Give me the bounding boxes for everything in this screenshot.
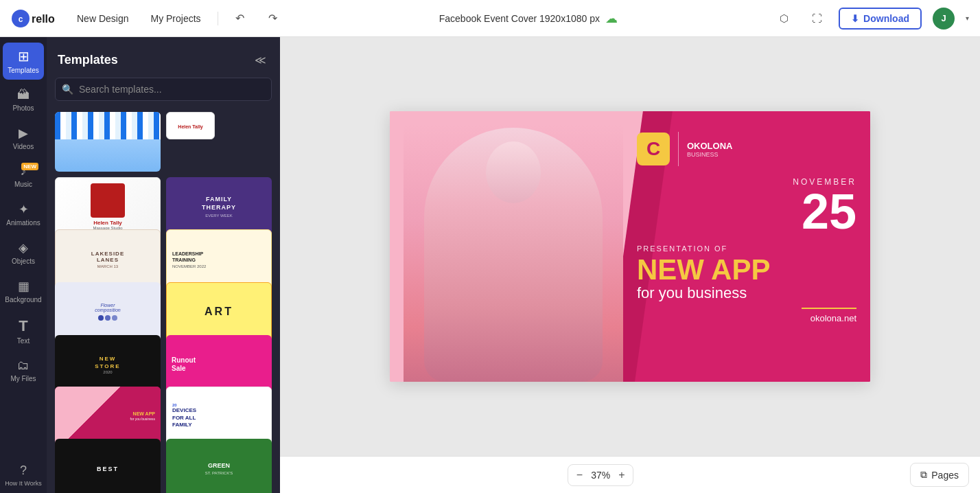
sidebar-item-objects[interactable]: ◈ Objects	[3, 235, 44, 271]
sidebar-item-templates-label: Templates	[8, 67, 39, 74]
sidebar-item-myfiles-label: My Files	[10, 375, 36, 382]
sidebar-item-videos-label: Videos	[13, 143, 34, 150]
sidebar-item-music-label: Music	[14, 181, 32, 188]
template-card[interactable]: 20 DEVICESFOR ALLFAMILY	[166, 387, 272, 446]
template-card[interactable]: NEWSTORE 2020	[55, 335, 161, 395]
svg-text:c: c	[19, 14, 23, 24]
canvas-scroll: C OKOLONA BUSINESS NOVEMBER 25 PRESENTAT…	[280, 37, 980, 456]
canvas-presentation-label: PRESENTATION OF	[637, 244, 856, 253]
canvas-url-line	[802, 308, 856, 309]
template-card[interactable]: LAKESIDELANES MARCH 13	[55, 229, 161, 289]
panel-header: Templates ≪	[47, 37, 280, 78]
canvas-right-content: C OKOLONA BUSINESS NOVEMBER 25 PRESENTAT…	[637, 132, 856, 323]
my-projects-link[interactable]: My Projects	[145, 10, 206, 27]
sidebar-item-photos-label: Photos	[12, 104, 34, 112]
sidebar-item-animations-label: Animations	[6, 219, 40, 227]
template-grid: Helen Tally Helen Tally Massage Studio F…	[47, 109, 280, 493]
template-card[interactable]: ART	[166, 282, 272, 342]
redo-button[interactable]: ↷	[262, 8, 284, 30]
template-card[interactable]: RunoutSale	[166, 335, 272, 395]
how-it-works-label: How It Works	[5, 480, 41, 488]
template-card[interactable]: GREENST. PATRICK'S	[166, 439, 272, 493]
pages-icon: ⧉	[920, 469, 927, 481]
canvas-month: NOVEMBER	[637, 177, 856, 187]
photos-icon: 🏔	[17, 88, 30, 102]
canvas-day: 25	[637, 187, 856, 236]
pages-label: Pages	[931, 470, 959, 481]
fullscreen-button[interactable]: ⛶	[806, 8, 828, 30]
main-layout: ⊞ Templates 🏔 Photos ▶ Videos NEW ♪ Musi…	[0, 37, 980, 493]
template-card[interactable]	[55, 112, 161, 172]
canvas-date-area: NOVEMBER 25	[637, 177, 856, 236]
search-input[interactable]	[55, 78, 272, 101]
nav-divider-1	[218, 12, 218, 25]
animations-icon: ✦	[19, 202, 29, 217]
sidebar-item-myfiles[interactable]: 🗂 My Files	[3, 353, 44, 388]
canvas-bottom-bar: − 37% + ⧉ Pages	[280, 456, 980, 493]
sidebar-item-text[interactable]: T Text	[3, 312, 44, 350]
document-title: Facebook Event Cover 1920x1080 px	[439, 13, 600, 24]
template-card[interactable]: LEADERSHIPTRAINING NOVEMBER 2022	[166, 229, 272, 289]
canvas-logo-divider	[678, 132, 679, 166]
canvas-area: C OKOLONA BUSINESS NOVEMBER 25 PRESENTAT…	[280, 37, 980, 493]
crello-logo-svg: c rello	[11, 9, 60, 28]
download-icon: ⬇	[851, 13, 859, 24]
templates-panel: Templates ≪ 🔍 Helen Tally	[47, 37, 280, 493]
canvas-company-name: OKOLONA	[687, 141, 732, 151]
save-status-icon: ☁	[605, 11, 618, 26]
logo[interactable]: c rello	[11, 9, 60, 28]
canvas-company-info: OKOLONA BUSINESS	[687, 141, 732, 158]
download-label: Download	[863, 13, 909, 24]
sidebar-item-objects-label: Objects	[12, 257, 35, 265]
zoom-in-icon: +	[618, 469, 625, 481]
sidebar-item-background[interactable]: ▦ Background	[3, 273, 44, 309]
canvas-logo-row: C OKOLONA BUSINESS	[637, 132, 856, 166]
sidebar-item-text-label: Text	[17, 337, 30, 345]
sidebar-item-photos[interactable]: 🏔 Photos	[3, 82, 44, 117]
new-design-link[interactable]: New Design	[71, 10, 134, 27]
user-dropdown-arrow[interactable]: ▾	[966, 14, 969, 22]
canvas-headline: NEW APP	[637, 255, 856, 284]
new-badge: NEW	[21, 163, 38, 170]
background-icon: ▦	[18, 279, 30, 294]
sidebar-item-music[interactable]: NEW ♪ Music	[3, 159, 44, 194]
design-canvas: C OKOLONA BUSINESS NOVEMBER 25 PRESENTAT…	[390, 111, 870, 382]
zoom-percentage: 37%	[588, 470, 613, 481]
search-icon: 🔍	[62, 84, 73, 95]
template-card[interactable]: Flowercomposition	[55, 282, 161, 342]
template-card[interactable]: NEW APP for you business	[55, 387, 161, 446]
top-nav: c rello New Design My Projects ↶ ↷ Faceb…	[0, 0, 980, 37]
user-avatar[interactable]: J	[933, 8, 955, 30]
download-button[interactable]: ⬇ Download	[839, 8, 922, 30]
zoom-controls: − 37% +	[568, 464, 634, 486]
sidebar-item-background-label: Background	[5, 296, 41, 303]
template-card[interactable]: BEST	[55, 439, 161, 493]
pages-button[interactable]: ⧉ Pages	[910, 463, 969, 487]
svg-text:rello: rello	[32, 13, 55, 25]
zoom-in-button[interactable]: +	[618, 469, 625, 481]
templates-icon: ⊞	[18, 48, 30, 65]
panel-title: Templates	[58, 53, 118, 67]
undo-button[interactable]: ↶	[229, 8, 251, 30]
template-card[interactable]: Helen Tally	[166, 112, 215, 139]
template-card[interactable]: FAMILYTHERAPY EVERY WEEK	[166, 177, 272, 237]
document-title-area: Facebook Event Cover 1920x1080 px ☁	[295, 11, 762, 26]
collapse-panel-button[interactable]: ≪	[252, 51, 269, 69]
template-card[interactable]: Helen Tally Massage Studio	[55, 177, 161, 237]
how-it-works-icon: ?	[20, 463, 27, 478]
how-it-works-button[interactable]: ? How It Works	[0, 458, 47, 493]
zoom-out-button[interactable]: −	[576, 469, 583, 481]
canvas-person-area	[404, 111, 623, 382]
canvas-url: okolona.net	[637, 313, 856, 323]
share-button[interactable]: ⬡	[773, 8, 795, 30]
sidebar-item-animations[interactable]: ✦ Animations	[3, 196, 44, 232]
canvas-company-sub: BUSINESS	[687, 151, 732, 158]
search-box: 🔍	[55, 78, 272, 101]
zoom-out-icon: −	[576, 469, 583, 481]
objects-icon: ◈	[19, 240, 28, 255]
videos-icon: ▶	[19, 126, 28, 141]
canvas-subheadline: for you business	[637, 284, 856, 302]
text-icon: T	[19, 317, 27, 335]
sidebar-item-templates[interactable]: ⊞ Templates	[3, 43, 44, 80]
sidebar-item-videos[interactable]: ▶ Videos	[3, 120, 44, 156]
